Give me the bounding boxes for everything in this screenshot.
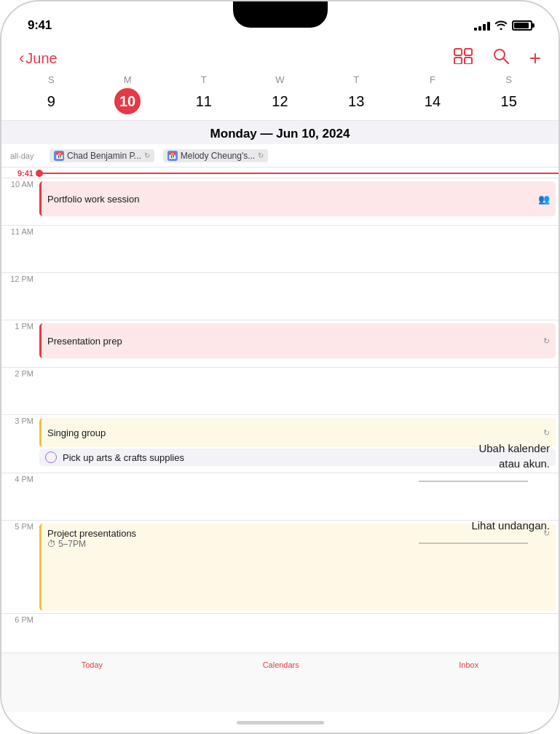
status-icons xyxy=(474,20,532,32)
event-project-time-text: 5–7PM xyxy=(58,539,86,549)
event-person-icon: 👥 xyxy=(538,194,550,205)
time-label-5pm: 5 PM xyxy=(1,521,39,531)
current-time-line xyxy=(39,173,559,174)
hour-row-12pm: 12 PM xyxy=(1,272,559,320)
date-12[interactable]: 12 xyxy=(242,88,318,114)
hour-row-1pm: 1 PM Presentation prep ↻ xyxy=(1,320,559,367)
day-t1: T xyxy=(165,74,242,85)
svg-rect-1 xyxy=(465,49,472,55)
status-time: 9:41 xyxy=(28,18,52,33)
event-singing-title: Singing group xyxy=(47,427,106,438)
annotations: Ubah kalenderatau akun. Lihat undangan. xyxy=(419,441,550,550)
week-dates: 9 10 11 12 13 14 15 xyxy=(13,88,547,114)
task-arts-crafts-text: Pick up arts & crafts supplies xyxy=(63,452,184,463)
back-button[interactable]: ‹ June xyxy=(19,49,58,68)
sync-icon-melody: ↻ xyxy=(258,151,264,159)
svg-rect-0 xyxy=(454,49,462,55)
tab-today[interactable]: Today xyxy=(82,660,103,669)
sync-icon-chad: ↻ xyxy=(144,151,150,159)
hour-row-11am: 11 AM xyxy=(1,225,559,272)
tab-inbox-label: Inbox xyxy=(459,660,478,669)
date-10-today[interactable]: 10 xyxy=(90,88,166,114)
annotation-calendars: Ubah kalenderatau akun. xyxy=(419,441,550,489)
battery-icon xyxy=(512,20,532,31)
time-label-3pm: 3 PM xyxy=(1,415,39,425)
hour-content-6pm xyxy=(39,614,559,652)
hour-row-10am: 10 AM Portfolio work session 👥 xyxy=(1,178,559,225)
date-14[interactable]: 14 xyxy=(395,88,471,114)
day-s1: S xyxy=(13,74,90,85)
time-label-1pm: 1 PM xyxy=(1,320,39,331)
event-sync-icon-prep: ↻ xyxy=(543,336,550,346)
app-content: ‹ June + xyxy=(1,41,559,733)
day-t2: T xyxy=(318,74,395,85)
signal-icon xyxy=(474,20,490,31)
time-label-4pm: 4 PM xyxy=(1,473,39,484)
task-circle-icon xyxy=(45,451,57,463)
hour-content-12pm xyxy=(39,273,559,320)
back-arrow-icon: ‹ xyxy=(19,49,24,68)
back-label: June xyxy=(25,50,57,67)
event-presentation-prep[interactable]: Presentation prep ↻ xyxy=(39,323,556,358)
home-bar xyxy=(237,721,324,725)
date-13[interactable]: 13 xyxy=(318,88,395,114)
date-heading: Monday — Jun 10, 2024 xyxy=(1,120,559,144)
all-day-label: all-day xyxy=(10,151,45,160)
time-label-6pm: 6 PM xyxy=(1,614,39,624)
tab-calendars-label: Calendars xyxy=(263,660,299,669)
nav-actions: + xyxy=(454,47,541,70)
hour-row-2pm: 2 PM xyxy=(1,367,559,414)
calendar-icon-melody: 📅 xyxy=(167,151,178,161)
svg-rect-2 xyxy=(454,58,462,64)
all-day-event-chad[interactable]: 📅 Chad Benjamin P... ↻ xyxy=(50,149,154,162)
day-f: F xyxy=(395,74,471,85)
tab-bar: Today Calendars Inbox xyxy=(1,652,559,712)
day-s2: S xyxy=(470,74,547,85)
tab-inbox[interactable]: Inbox xyxy=(459,660,478,669)
all-day-event-melody[interactable]: 📅 Melody Cheung's... ↻ xyxy=(163,149,268,162)
all-day-melody-text: Melody Cheung's... xyxy=(181,151,255,161)
hour-content-11am xyxy=(39,226,559,272)
tab-calendars[interactable]: Calendars xyxy=(263,660,299,669)
clock-icon: ⏱ xyxy=(47,539,56,549)
svg-line-5 xyxy=(503,59,508,64)
time-label-12pm: 12 PM xyxy=(1,273,39,283)
event-presentation-title: Presentation prep xyxy=(47,336,122,347)
current-time-dot xyxy=(36,170,43,177)
annotation-calendars-text: Ubah kalenderatau akun. xyxy=(478,442,550,470)
hour-content-1pm: Presentation prep ↻ xyxy=(39,320,559,367)
week-calendar: S M T W T F S 9 10 11 12 13 14 15 xyxy=(1,73,559,120)
annotation-inbox: Lihat undangan. xyxy=(419,518,550,550)
date-15[interactable]: 15 xyxy=(470,88,547,114)
hour-row-6pm: 6 PM xyxy=(1,613,559,652)
add-event-icon[interactable]: + xyxy=(529,47,541,70)
date-9[interactable]: 9 xyxy=(13,88,90,114)
event-portfolio-title: Portfolio work session xyxy=(47,194,139,205)
event-portfolio[interactable]: Portfolio work session 👥 xyxy=(39,181,556,216)
phone-frame: 9:41 ‹ June xyxy=(0,0,560,734)
current-time-label: 9:41 xyxy=(1,169,39,178)
week-days-header: S M T W T F S xyxy=(13,74,547,85)
notch xyxy=(233,1,328,28)
home-indicator xyxy=(1,712,559,733)
all-day-row: all-day 📅 Chad Benjamin P... ↻ 📅 Melody … xyxy=(1,144,559,167)
tab-today-label: Today xyxy=(82,660,103,669)
all-day-chad-text: Chad Benjamin P... xyxy=(67,151,141,161)
nav-header: ‹ June + xyxy=(1,41,559,73)
time-label-10am: 10 AM xyxy=(1,178,39,189)
current-time-row: 9:41 xyxy=(1,169,559,178)
timeline: 9:41 10 AM Portfolio work session 👥 11 A… xyxy=(1,167,559,652)
hour-content-10am: Portfolio work session 👥 xyxy=(39,178,559,225)
grid-view-icon[interactable] xyxy=(454,48,473,68)
time-label-2pm: 2 PM xyxy=(1,368,39,378)
day-m: M xyxy=(90,74,166,85)
date-11[interactable]: 11 xyxy=(165,88,242,114)
wifi-icon xyxy=(494,20,508,32)
time-label-11am: 11 AM xyxy=(1,226,39,236)
annotation-inbox-text: Lihat undangan. xyxy=(471,519,550,532)
event-sync-icon-singing: ↻ xyxy=(543,428,550,438)
svg-rect-3 xyxy=(465,58,472,64)
search-icon[interactable] xyxy=(493,48,509,68)
calendar-icon-chad: 📅 xyxy=(54,151,64,161)
day-w: W xyxy=(242,74,318,85)
